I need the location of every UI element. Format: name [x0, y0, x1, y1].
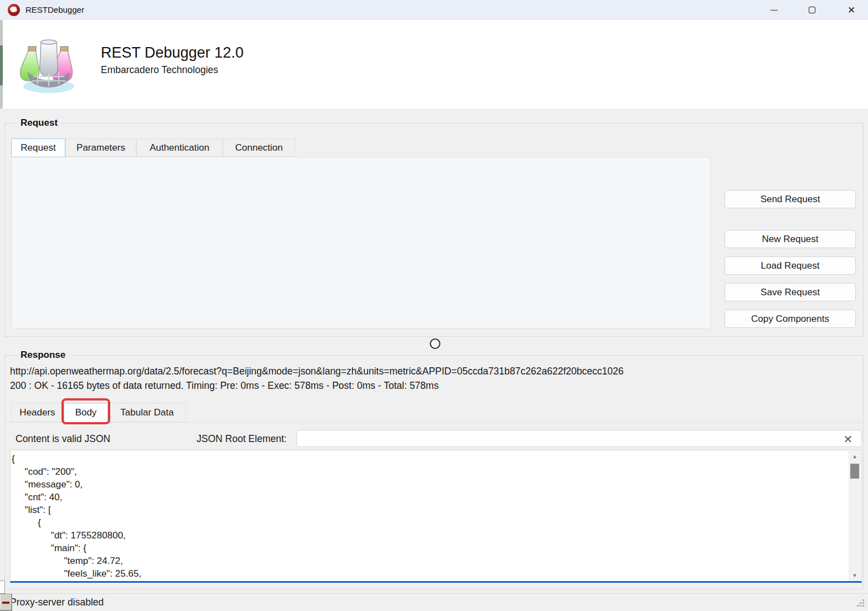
json-line: "list": [	[12, 504, 847, 516]
rest-debugger-logo	[17, 33, 81, 95]
app-title: REST Debugger 12.0	[101, 44, 244, 61]
embarcadero-icon	[8, 4, 20, 16]
response-group-label: Response	[17, 349, 69, 361]
content-validity-label: Content is valid JSON	[16, 433, 110, 445]
json-root-element-input[interactable]	[296, 430, 862, 447]
request-tab-panel	[11, 157, 711, 328]
tab-parameters[interactable]: Parameters	[65, 138, 136, 157]
app-window: RESTDebugger ✕	[0, 0, 868, 611]
resize-grip[interactable]	[857, 599, 865, 607]
json-line: "temp": 24.72,	[12, 554, 847, 567]
json-line: {	[12, 516, 847, 529]
tab-body[interactable]: Body	[64, 403, 108, 423]
json-line: "cod": "200",	[12, 465, 847, 478]
json-line: {	[12, 453, 847, 465]
json-line: "temp_min": 23.47	[12, 580, 847, 583]
new-request-button[interactable]: New Request	[725, 230, 856, 248]
request-group-label: Request	[17, 117, 61, 129]
maximize-button[interactable]	[799, 0, 825, 20]
close-icon: ✕	[848, 4, 855, 16]
background-window-fragment	[0, 581, 5, 594]
title-bar[interactable]: RESTDebugger ✕	[0, 0, 868, 20]
send-request-button[interactable]: Send Request	[725, 190, 856, 208]
clear-icon: ✕	[844, 433, 853, 446]
json-line: "main": {	[12, 542, 847, 554]
vertical-scrollbar[interactable]: ▲ ▼	[849, 451, 861, 582]
json-line: "cnt": 40,	[12, 491, 847, 504]
maximize-icon	[809, 7, 815, 13]
tab-headers[interactable]: Headers	[11, 403, 64, 422]
window-title: RESTDebugger	[25, 0, 84, 20]
scroll-up-icon[interactable]: ▲	[849, 452, 861, 461]
minimize-icon	[2, 602, 9, 604]
app-header: REST Debugger 12.0 Embarcadero Technolog…	[0, 20, 868, 109]
status-bar: Proxy-server disabled	[0, 593, 868, 611]
json-line: "feels_like": 25.65,	[12, 567, 847, 580]
close-button[interactable]: ✕	[839, 0, 864, 20]
response-body-memo[interactable]: { "cod": "200", "message": 0, "cnt": 40,…	[10, 450, 862, 583]
tab-tabular-data[interactable]: Tabular Data	[108, 403, 186, 422]
json-body-text: { "cod": "200", "message": 0, "cnt": 40,…	[11, 450, 848, 583]
load-request-button[interactable]: Load Request	[725, 256, 856, 275]
json-root-clear-button[interactable]: ✕	[840, 431, 856, 448]
minimize-icon	[771, 10, 778, 11]
minimize-button[interactable]	[761, 0, 787, 20]
scroll-down-icon[interactable]: ▼	[849, 571, 861, 581]
copy-components-button[interactable]: Copy Components	[725, 310, 856, 328]
overlay-minimize-button[interactable]	[0, 594, 12, 611]
main-area: Request Request Parameters Authenticatio…	[0, 109, 868, 593]
tab-request[interactable]: Request	[11, 138, 65, 157]
status-text: Proxy-server disabled	[10, 597, 104, 608]
splitter-handle[interactable]	[430, 338, 440, 349]
json-line: "dt": 1755280800,	[12, 529, 847, 542]
response-status-line: 200 : OK - 16165 bytes of data returned.…	[10, 380, 439, 392]
scrollbar-thumb[interactable]	[850, 464, 859, 479]
app-vendor: Embarcadero Technologies	[101, 64, 218, 76]
tab-connection[interactable]: Connection	[223, 138, 295, 157]
tab-authentication[interactable]: Authentication	[136, 138, 223, 157]
json-root-element-label: JSON Root Element:	[197, 433, 286, 445]
response-tab-divider	[5, 422, 863, 423]
json-line: "message": 0,	[12, 478, 847, 491]
save-request-button[interactable]: Save Request	[725, 283, 856, 301]
response-request-url: http://api.openweathermap.org/data/2.5/f…	[10, 366, 624, 377]
